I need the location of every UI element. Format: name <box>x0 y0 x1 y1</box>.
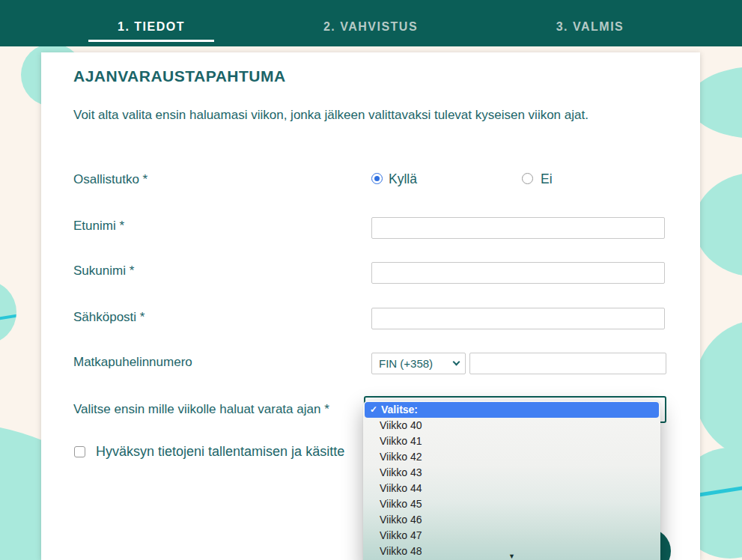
week-dropdown-list: ✓Valitse:Viikko 40Viikko 41Viikko 42Viik… <box>363 402 660 559</box>
radio-no-label[interactable]: Ei <box>541 171 553 187</box>
dropdown-option[interactable]: Viikko 47 <box>363 528 660 544</box>
step-tiedot[interactable]: 1. TIEDOT <box>88 20 214 42</box>
dropdown-option[interactable]: Viikko 45 <box>363 496 660 512</box>
radio-yes-label[interactable]: Kyllä <box>389 171 417 187</box>
first-name-label: Etunimi * <box>73 219 124 234</box>
first-name-input[interactable] <box>371 217 665 239</box>
dropdown-option[interactable]: Viikko 42 <box>363 449 660 465</box>
phone-label: Matkapuhelinnumero <box>73 355 192 370</box>
dropdown-option[interactable]: Viikko 40 <box>363 418 660 433</box>
dropdown-option[interactable]: Viikko 41 <box>363 433 660 449</box>
decor-circle-mid-left <box>0 280 16 344</box>
radio-no[interactable] <box>522 173 533 184</box>
radio-yes[interactable] <box>371 173 383 184</box>
decor-circle-right-3 <box>694 320 742 458</box>
week-dropdown-menu: ✓Valitse:Viikko 40Viikko 41Viikko 42Viik… <box>363 401 660 560</box>
country-code-value: FIN (+358) <box>379 357 433 370</box>
phone-input[interactable] <box>469 353 666 374</box>
participation-label: Osallistutko * <box>73 172 148 187</box>
dropdown-option[interactable]: ✓Valitse: <box>365 402 659 418</box>
page-title: AJANVARAUSTAPAHTUMA <box>73 67 286 85</box>
stepper-bar: 1. TIEDOT 2. VAHVISTUS 3. VALMIS <box>0 0 742 46</box>
email-input[interactable] <box>371 308 665 329</box>
consent-checkbox[interactable] <box>74 446 85 457</box>
booking-page: { "colors": { "topbar_teal": "#0b5e57", … <box>0 0 742 560</box>
dropdown-option[interactable]: Viikko 43 <box>363 465 660 481</box>
step-vahvistus[interactable]: 2. VAHVISTUS <box>305 20 437 34</box>
last-name-input[interactable] <box>371 262 665 284</box>
intro-text: Voit alta valita ensin haluamasi viikon,… <box>73 108 589 123</box>
week-label: Valitse ensin mille viikolle haluat vara… <box>73 402 329 417</box>
scroll-down-icon[interactable]: ▼ <box>363 553 660 560</box>
check-icon: ✓ <box>370 402 377 418</box>
dropdown-option[interactable]: Viikko 46 <box>363 512 660 528</box>
step-valmis[interactable]: 3. VALMIS <box>527 20 653 34</box>
country-code-select[interactable]: FIN (+358) <box>371 353 466 374</box>
decor-circle-right-2 <box>694 172 742 277</box>
decor-stripe-left <box>0 314 16 326</box>
email-label: Sähköposti * <box>73 310 145 325</box>
consent-label[interactable]: Hyväksyn tietojeni tallentamisen ja käsi… <box>96 444 344 460</box>
chevron-down-icon <box>453 359 460 366</box>
last-name-label: Sukunimi * <box>73 264 134 279</box>
dropdown-option[interactable]: Viikko 44 <box>363 481 660 496</box>
